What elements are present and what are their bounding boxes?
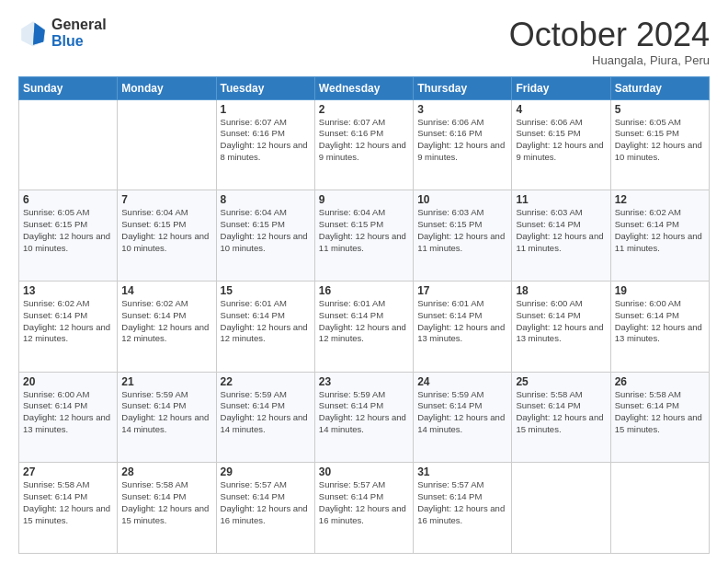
calendar-cell: 22Sunrise: 5:59 AM Sunset: 6:14 PM Dayli… — [216, 372, 314, 463]
calendar-cell: 2Sunrise: 6:07 AM Sunset: 6:16 PM Daylig… — [314, 99, 413, 190]
day-info: Sunrise: 6:04 AM Sunset: 6:15 PM Dayligh… — [221, 207, 311, 254]
calendar-cell: 9Sunrise: 6:04 AM Sunset: 6:15 PM Daylig… — [314, 190, 413, 282]
calendar-cell: 18Sunrise: 6:00 AM Sunset: 6:14 PM Dayli… — [512, 281, 610, 372]
calendar-cell: 3Sunrise: 6:06 AM Sunset: 6:16 PM Daylig… — [414, 99, 512, 190]
day-number: 24 — [417, 375, 507, 388]
day-number: 6 — [23, 193, 113, 206]
calendar-cell: 5Sunrise: 6:05 AM Sunset: 6:15 PM Daylig… — [610, 99, 709, 190]
day-info: Sunrise: 6:04 AM Sunset: 6:15 PM Dayligh… — [121, 207, 211, 254]
day-number: 29 — [221, 465, 311, 478]
calendar-cell: 31Sunrise: 5:57 AM Sunset: 6:14 PM Dayli… — [414, 463, 512, 554]
calendar-cell: 27Sunrise: 5:58 AM Sunset: 6:14 PM Dayli… — [19, 463, 118, 554]
day-number: 8 — [221, 193, 311, 206]
day-info: Sunrise: 6:02 AM Sunset: 6:14 PM Dayligh… — [121, 298, 211, 345]
title-block: October 2024 Huangala, Piura, Peru — [509, 17, 710, 67]
calendar-cell: 12Sunrise: 6:02 AM Sunset: 6:14 PM Dayli… — [610, 190, 709, 282]
calendar-cell: 21Sunrise: 5:59 AM Sunset: 6:14 PM Dayli… — [118, 372, 216, 463]
svg-marker-2 — [33, 22, 45, 44]
calendar-cell: 30Sunrise: 5:57 AM Sunset: 6:14 PM Dayli… — [314, 463, 413, 554]
calendar-cell: 1Sunrise: 6:07 AM Sunset: 6:16 PM Daylig… — [216, 99, 314, 190]
calendar-header: SundayMondayTuesdayWednesdayThursdayFrid… — [19, 76, 710, 99]
calendar-cell: 29Sunrise: 5:57 AM Sunset: 6:14 PM Dayli… — [216, 463, 314, 554]
day-info: Sunrise: 5:58 AM Sunset: 6:14 PM Dayligh… — [615, 389, 705, 436]
day-number: 23 — [319, 375, 409, 388]
day-number: 28 — [121, 465, 211, 478]
day-number: 5 — [615, 103, 705, 116]
day-number: 9 — [319, 193, 409, 206]
calendar-cell: 7Sunrise: 6:04 AM Sunset: 6:15 PM Daylig… — [118, 190, 216, 282]
day-number: 13 — [23, 284, 113, 297]
month-title: October 2024 — [509, 17, 710, 53]
logo-blue-text: Blue — [51, 33, 107, 50]
calendar-cell: 25Sunrise: 5:58 AM Sunset: 6:14 PM Dayli… — [512, 372, 610, 463]
day-info: Sunrise: 6:00 AM Sunset: 6:14 PM Dayligh… — [615, 298, 705, 345]
day-info: Sunrise: 6:02 AM Sunset: 6:14 PM Dayligh… — [23, 298, 113, 345]
day-info: Sunrise: 5:57 AM Sunset: 6:14 PM Dayligh… — [319, 479, 409, 526]
weekday-header-row: SundayMondayTuesdayWednesdayThursdayFrid… — [19, 76, 710, 99]
day-number: 14 — [121, 284, 211, 297]
day-number: 22 — [221, 375, 311, 388]
day-number: 10 — [417, 193, 507, 206]
calendar-cell: 14Sunrise: 6:02 AM Sunset: 6:14 PM Dayli… — [118, 281, 216, 372]
calendar-body: 1Sunrise: 6:07 AM Sunset: 6:16 PM Daylig… — [19, 99, 710, 553]
day-number: 30 — [319, 465, 409, 478]
day-number: 3 — [417, 103, 507, 116]
day-info: Sunrise: 6:02 AM Sunset: 6:14 PM Dayligh… — [615, 207, 705, 254]
calendar-cell — [118, 99, 216, 190]
day-number: 17 — [417, 284, 507, 297]
day-number: 1 — [221, 103, 311, 116]
day-info: Sunrise: 6:01 AM Sunset: 6:14 PM Dayligh… — [417, 298, 507, 345]
logo-general-text: General — [51, 17, 107, 33]
calendar-cell — [19, 99, 118, 190]
calendar-week-4: 20Sunrise: 6:00 AM Sunset: 6:14 PM Dayli… — [19, 372, 710, 463]
day-number: 20 — [23, 375, 113, 388]
day-info: Sunrise: 6:07 AM Sunset: 6:16 PM Dayligh… — [319, 117, 409, 164]
day-number: 12 — [615, 193, 705, 206]
day-number: 7 — [121, 193, 211, 206]
logo: General Blue — [18, 17, 107, 49]
calendar-week-1: 1Sunrise: 6:07 AM Sunset: 6:16 PM Daylig… — [19, 99, 710, 190]
day-info: Sunrise: 6:06 AM Sunset: 6:15 PM Dayligh… — [516, 117, 606, 164]
calendar-cell: 24Sunrise: 5:59 AM Sunset: 6:14 PM Dayli… — [414, 372, 512, 463]
logo-icon — [18, 18, 48, 48]
calendar-cell: 20Sunrise: 6:00 AM Sunset: 6:14 PM Dayli… — [19, 372, 118, 463]
day-info: Sunrise: 6:01 AM Sunset: 6:14 PM Dayligh… — [221, 298, 311, 345]
logo-text: General Blue — [51, 17, 107, 49]
day-info: Sunrise: 6:07 AM Sunset: 6:16 PM Dayligh… — [221, 117, 311, 164]
weekday-header-monday: Monday — [118, 76, 216, 99]
calendar-cell: 23Sunrise: 5:59 AM Sunset: 6:14 PM Dayli… — [314, 372, 413, 463]
day-info: Sunrise: 5:59 AM Sunset: 6:14 PM Dayligh… — [417, 389, 507, 436]
calendar-cell: 13Sunrise: 6:02 AM Sunset: 6:14 PM Dayli… — [19, 281, 118, 372]
day-info: Sunrise: 6:01 AM Sunset: 6:14 PM Dayligh… — [319, 298, 409, 345]
day-info: Sunrise: 5:58 AM Sunset: 6:14 PM Dayligh… — [23, 479, 113, 526]
day-info: Sunrise: 5:57 AM Sunset: 6:14 PM Dayligh… — [221, 479, 311, 526]
day-info: Sunrise: 5:57 AM Sunset: 6:14 PM Dayligh… — [417, 479, 507, 526]
day-number: 15 — [221, 284, 311, 297]
day-number: 31 — [417, 465, 507, 478]
calendar-cell: 17Sunrise: 6:01 AM Sunset: 6:14 PM Dayli… — [414, 281, 512, 372]
day-info: Sunrise: 6:06 AM Sunset: 6:16 PM Dayligh… — [417, 117, 507, 164]
day-info: Sunrise: 6:05 AM Sunset: 6:15 PM Dayligh… — [23, 207, 113, 254]
calendar-cell: 8Sunrise: 6:04 AM Sunset: 6:15 PM Daylig… — [216, 190, 314, 282]
calendar-cell: 11Sunrise: 6:03 AM Sunset: 6:14 PM Dayli… — [512, 190, 610, 282]
day-info: Sunrise: 5:58 AM Sunset: 6:14 PM Dayligh… — [516, 389, 606, 436]
location-subtitle: Huangala, Piura, Peru — [509, 53, 710, 67]
day-number: 11 — [516, 193, 606, 206]
calendar-cell: 28Sunrise: 5:58 AM Sunset: 6:14 PM Dayli… — [118, 463, 216, 554]
calendar-cell: 10Sunrise: 6:03 AM Sunset: 6:15 PM Dayli… — [414, 190, 512, 282]
calendar-cell: 15Sunrise: 6:01 AM Sunset: 6:14 PM Dayli… — [216, 281, 314, 372]
day-number: 19 — [615, 284, 705, 297]
calendar-table: SundayMondayTuesdayWednesdayThursdayFrid… — [18, 76, 710, 554]
day-number: 18 — [516, 284, 606, 297]
day-number: 4 — [516, 103, 606, 116]
weekday-header-sunday: Sunday — [19, 76, 118, 99]
weekday-header-wednesday: Wednesday — [314, 76, 413, 99]
day-info: Sunrise: 6:00 AM Sunset: 6:14 PM Dayligh… — [516, 298, 606, 345]
day-number: 26 — [615, 375, 705, 388]
calendar-cell — [512, 463, 610, 554]
calendar-cell: 6Sunrise: 6:05 AM Sunset: 6:15 PM Daylig… — [19, 190, 118, 282]
header: General Blue October 2024 Huangala, Piur… — [18, 17, 710, 67]
calendar-cell — [610, 463, 709, 554]
weekday-header-thursday: Thursday — [414, 76, 512, 99]
day-number: 27 — [23, 465, 113, 478]
